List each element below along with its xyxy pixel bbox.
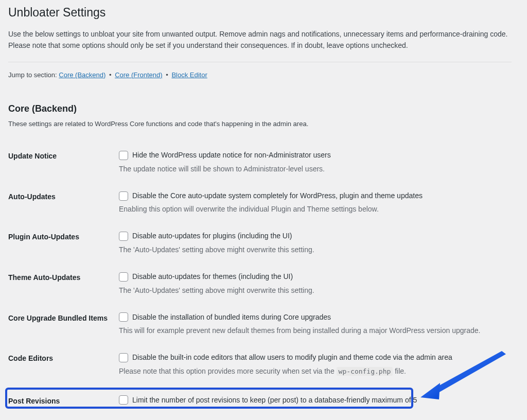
page-title: Unbloater Settings: [8, 4, 512, 21]
setting-help: Enabling this option will overwrite the …: [119, 204, 506, 215]
setting-help: The 'Auto-Updates' setting above might o…: [119, 244, 506, 255]
jump-link-core-backend[interactable]: Core (Backend): [59, 71, 106, 79]
section-heading: Core (Backend): [8, 102, 512, 115]
jump-label: Jump to section:: [8, 71, 57, 79]
setting-label[interactable]: Limit the number of post revisions to ke…: [132, 395, 417, 406]
setting-name: Post Revisions: [8, 397, 60, 405]
page-intro: Use the below settings to unbloat your s…: [8, 29, 512, 51]
setting-row-update-notice: Update Notice Hide the WordPress update …: [8, 144, 512, 185]
section-desc: These settings are related to WordPress …: [8, 119, 512, 129]
setting-label[interactable]: Disable the built-in code editors that a…: [132, 353, 452, 363]
divider: [8, 62, 512, 62]
setting-label[interactable]: Disable the installation of bundled item…: [132, 312, 331, 323]
setting-row-auto-updates: Auto-Updates Disable the Core auto-updat…: [8, 185, 512, 225]
jump-link-core-frontend[interactable]: Core (Frontend): [115, 71, 162, 79]
setting-name: Auto-Updates: [8, 185, 119, 225]
checkbox-auto-updates[interactable]: [119, 191, 128, 201]
setting-row-plugin-auto-updates: Plugin Auto-Updates Disable auto-updates…: [8, 225, 512, 266]
jump-link-block-editor[interactable]: Block Editor: [171, 71, 207, 79]
setting-help: The update notice will still be shown to…: [119, 164, 506, 174]
setting-name: Core Upgrade Bundled Items: [8, 306, 119, 347]
jump-nav: Jump to section: Core (Backend) • Core (…: [8, 71, 512, 80]
checkbox-theme-auto-updates[interactable]: [119, 272, 128, 282]
checkbox-core-upgrade-bundled[interactable]: [119, 312, 128, 322]
setting-name: Empty Trash: [8, 414, 119, 420]
setting-name: Code Editors: [8, 346, 119, 387]
setting-help: This will for example prevent new defaul…: [119, 325, 506, 336]
setting-name: Plugin Auto-Updates: [8, 225, 119, 266]
setting-help: The 'Auto-Updates' setting above might o…: [119, 285, 506, 296]
code-wp-config: wp-config.php: [337, 367, 393, 376]
setting-row-empty-trash: Empty Trash Reduce the number of days un…: [8, 414, 512, 420]
checkbox-plugin-auto-updates[interactable]: [119, 232, 128, 241]
setting-name: Update Notice: [8, 144, 119, 185]
setting-label[interactable]: Disable auto-updates for plugins (includ…: [132, 231, 292, 241]
checkbox-post-revisions[interactable]: [119, 395, 128, 405]
setting-label[interactable]: Disable the Core auto-update system comp…: [132, 191, 423, 201]
setting-row-post-revisions: Post Revisions Limit the number of post …: [8, 387, 512, 415]
setting-label[interactable]: Hide the WordPress update notice for non…: [132, 150, 331, 161]
setting-row-code-editors: Code Editors Disable the built-in code e…: [8, 346, 512, 387]
setting-row-core-upgrade-bundled: Core Upgrade Bundled Items Disable the i…: [8, 306, 512, 347]
setting-label[interactable]: Disable auto-updates for themes (includi…: [132, 272, 293, 282]
checkbox-code-editors[interactable]: [119, 353, 128, 362]
setting-help: Please note that this option provides mo…: [119, 366, 506, 377]
checkbox-update-notice[interactable]: [119, 151, 128, 160]
settings-table: Update Notice Hide the WordPress update …: [8, 144, 512, 420]
setting-name: Theme Auto-Updates: [8, 266, 119, 306]
setting-row-theme-auto-updates: Theme Auto-Updates Disable auto-updates …: [8, 266, 512, 306]
